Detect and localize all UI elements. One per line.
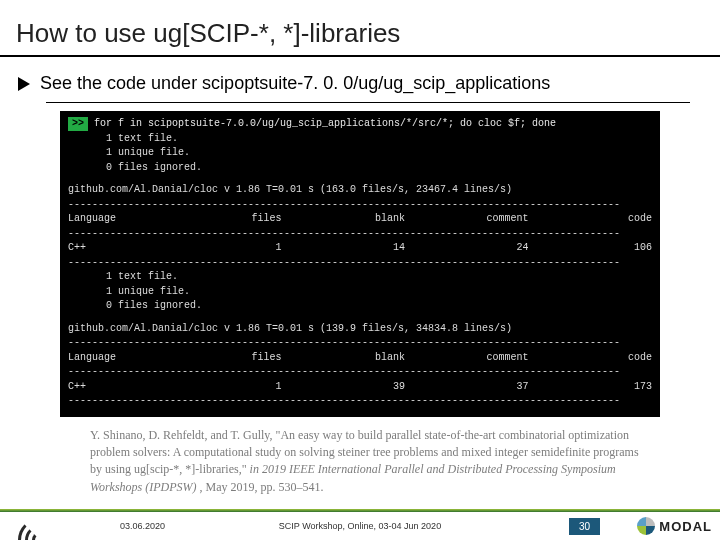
cell-comment: 24 — [405, 241, 529, 256]
spacer — [68, 175, 652, 183]
prompt-icon: >> — [68, 117, 88, 131]
cell-language: C++ — [68, 241, 158, 256]
cloc-unique-files: 1 unique file. — [106, 146, 652, 161]
separator: ----------------------------------------… — [68, 394, 652, 409]
footer: 03.06.2020 SCIP Workshop, Online, 03-04 … — [0, 512, 720, 540]
cloc-ignored-files: 0 files ignored. — [106, 299, 652, 314]
terminal-command: for f in scipoptsuite-7.0.0/ug/ug_scip_a… — [94, 117, 556, 132]
col-blank: blank — [282, 212, 406, 227]
page-number: 30 — [569, 518, 600, 535]
col-language: Language — [68, 351, 158, 366]
slide-title: How to use ug[SCIP-*, *]-libraries — [0, 0, 720, 55]
cloc-header-row: Language files blank comment code — [68, 212, 652, 227]
citation-block: Y. Shinano, D. Rehfeldt, and T. Gully, "… — [90, 427, 644, 497]
separator: ----------------------------------------… — [68, 227, 652, 242]
modal-mark-icon — [637, 517, 655, 535]
cloc-unique-files: 1 unique file. — [106, 285, 652, 300]
cloc-summary-1: github.com/Al.Danial/cloc v 1.86 T=0.01 … — [68, 183, 652, 198]
cloc-summary-2: github.com/Al.Danial/cloc v 1.86 T=0.01 … — [68, 322, 652, 337]
col-comment: comment — [405, 351, 529, 366]
footer-right-logo: MODAL — [637, 517, 712, 535]
modal-brand: MODAL — [659, 519, 712, 534]
spacer — [68, 314, 652, 322]
arcs-icon — [18, 512, 62, 540]
cloc-data-row-2: C++ 1 39 37 173 — [68, 380, 652, 395]
cell-code: 106 — [529, 241, 653, 256]
cell-comment: 37 — [405, 380, 529, 395]
cell-blank: 14 — [282, 241, 406, 256]
cell-blank: 39 — [282, 380, 406, 395]
triangle-bullet-icon — [18, 77, 30, 91]
cloc-text-files: 1 text file. — [106, 270, 652, 285]
cloc-text-files: 1 text file. — [106, 132, 652, 147]
title-underline — [0, 55, 720, 57]
separator: ----------------------------------------… — [68, 198, 652, 213]
cell-files: 1 — [158, 380, 282, 395]
footer-left-logo — [0, 512, 80, 540]
separator: ----------------------------------------… — [68, 365, 652, 380]
terminal-window: >> for f in scipoptsuite-7.0.0/ug/ug_sci… — [60, 111, 660, 417]
bullet-underline — [46, 102, 690, 103]
footer-event: SCIP Workshop, Online, 03-04 Jun 2020 — [279, 521, 441, 531]
cloc-header-row: Language files blank comment code — [68, 351, 652, 366]
cloc-block-2-files: 1 text file. 1 unique file. 0 files igno… — [68, 270, 652, 314]
col-files: files — [158, 212, 282, 227]
col-code: code — [529, 212, 653, 227]
cell-files: 1 — [158, 241, 282, 256]
citation-tail: , May 2019, pp. 530–541. — [200, 480, 324, 494]
cloc-block-1-files: 1 text file. 1 unique file. 0 files igno… — [68, 132, 652, 176]
col-language: Language — [68, 212, 158, 227]
cell-code: 173 — [529, 380, 653, 395]
footer-date: 03.06.2020 — [120, 521, 165, 531]
bullet-row: See the code under scipoptsuite-7. 0. 0/… — [0, 67, 720, 100]
col-comment: comment — [405, 212, 529, 227]
cloc-data-row-1: C++ 1 14 24 106 — [68, 241, 652, 256]
terminal-command-row: >> for f in scipoptsuite-7.0.0/ug/ug_sci… — [68, 117, 652, 132]
cloc-ignored-files: 0 files ignored. — [106, 161, 652, 176]
col-files: files — [158, 351, 282, 366]
separator: ----------------------------------------… — [68, 256, 652, 271]
separator: ----------------------------------------… — [68, 336, 652, 351]
citation-authors: Y. Shinano, D. Rehfeldt, and T. Gully, — [90, 428, 276, 442]
col-blank: blank — [282, 351, 406, 366]
cell-language: C++ — [68, 380, 158, 395]
col-code: code — [529, 351, 653, 366]
bullet-text: See the code under scipoptsuite-7. 0. 0/… — [40, 73, 550, 94]
